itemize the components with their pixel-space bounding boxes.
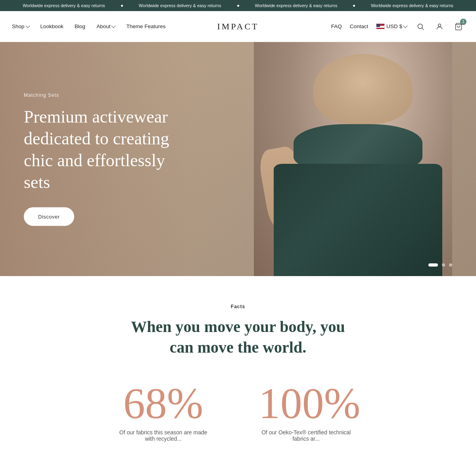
stat-item-100: 100% Of our Oeko-Tex® certified technica…: [259, 382, 361, 442]
announcement-text-2: Worldwide express delivery & easy return…: [139, 3, 221, 8]
site-logo[interactable]: IMPACT: [217, 21, 259, 32]
announcement-dot-2: [237, 5, 239, 7]
announcement-dot-3: [353, 5, 355, 7]
announcement-bar: Worldwide express delivery & easy return…: [0, 0, 476, 11]
nav-shop[interactable]: Shop: [12, 23, 29, 29]
account-button[interactable]: [434, 21, 445, 32]
stat-number-100: 100%: [259, 382, 361, 425]
nav-lookbook[interactable]: Lookbook: [40, 23, 64, 29]
slider-dots: [428, 263, 452, 267]
stat-number-68: 68%: [116, 382, 211, 425]
slide-dot-2[interactable]: [442, 263, 445, 267]
announcement-text-3: Worldwide express delivery & easy return…: [255, 3, 338, 8]
announcement-text-1: Worldwide express delivery & easy return…: [23, 3, 105, 8]
hero-model-image: [254, 42, 452, 276]
stat-item-68: 68% Of our fabrics this season are made …: [116, 382, 211, 442]
discover-button[interactable]: Discover: [24, 207, 74, 226]
nav-about[interactable]: About: [96, 23, 115, 29]
svg-line-5: [422, 28, 424, 30]
stats-row: 68% Of our fabrics this season are made …: [24, 382, 452, 442]
nav-theme-features[interactable]: Theme Features: [126, 23, 165, 29]
cart-button[interactable]: 1: [453, 21, 464, 32]
stat-desc-100: Of our Oeko-Tex® certified technical fab…: [259, 429, 354, 442]
announcement-text-4: Worldwide express delivery & easy return…: [371, 3, 453, 8]
stat-desc-68: Of our fabrics this season are made with…: [116, 429, 211, 442]
nav-left: Shop Lookbook Blog About Theme Features: [12, 23, 165, 29]
nav-blog[interactable]: Blog: [75, 23, 85, 29]
slide-dot-1[interactable]: [428, 263, 438, 267]
nav-faq[interactable]: FAQ: [331, 23, 342, 29]
navbar: Shop Lookbook Blog About Theme Features …: [0, 11, 476, 42]
facts-label: Facts: [24, 304, 452, 309]
about-chevron-icon: [111, 23, 116, 28]
facts-section: Facts When you move your body, you can m…: [0, 276, 476, 462]
user-icon: [436, 23, 443, 31]
hero-subtitle: Matching Sets: [24, 92, 190, 98]
search-icon: [416, 23, 424, 31]
svg-point-6: [438, 24, 441, 27]
flag-icon: [376, 23, 385, 29]
currency-selector[interactable]: USD $: [376, 23, 407, 29]
facts-tagline: When you move your body, you can move th…: [119, 317, 357, 358]
nav-contact[interactable]: Contact: [350, 23, 369, 29]
shop-chevron-icon: [25, 23, 30, 28]
hero-section: Matching Sets Premium activewear dedicat…: [0, 42, 476, 276]
announcement-dot-1: [121, 5, 123, 7]
svg-rect-3: [376, 24, 380, 27]
currency-chevron-icon: [403, 23, 407, 28]
hero-content: Matching Sets Premium activewear dedicat…: [24, 92, 190, 226]
hero-title: Premium activewear dedicated to creating…: [24, 106, 190, 193]
search-button[interactable]: [415, 21, 426, 32]
nav-right: FAQ Contact USD $: [331, 21, 464, 32]
svg-rect-2: [376, 28, 385, 29]
slide-dot-3[interactable]: [449, 263, 452, 267]
svg-point-4: [418, 24, 422, 29]
cart-count-badge: 1: [460, 19, 466, 25]
model-outfit-bottom: [274, 164, 442, 276]
model-head: [313, 54, 413, 124]
